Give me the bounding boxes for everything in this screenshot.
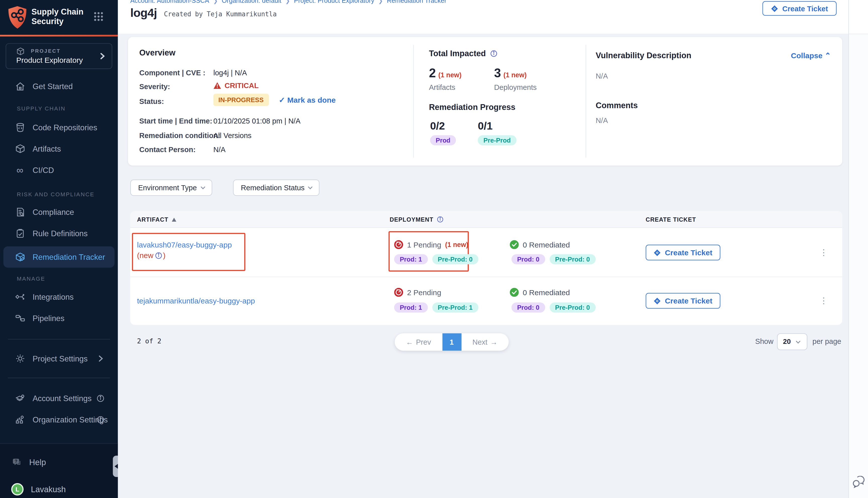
prod-badge: Prod: 1: [394, 254, 427, 264]
content-right-border: [848, 0, 849, 498]
sidebar-item-label: Help: [29, 458, 46, 467]
sidebar-item-artifacts[interactable]: Artifacts: [8, 140, 110, 157]
severity-value: CRITICAL: [213, 81, 258, 90]
sidebar-item-project-settings[interactable]: Project Settings: [8, 350, 110, 367]
annotation-box-deployment: [389, 231, 469, 272]
user-name: Lavakush: [31, 485, 66, 494]
remediation-table: ARTIFACT DEPLOYMENT CREATE TICKET lavaku…: [130, 211, 842, 325]
next-page-button[interactable]: Next→: [461, 333, 509, 351]
condition-label: Remediation condition:: [139, 131, 220, 140]
breadcrumb: Account: Automation-SSCA❯Organization: d…: [130, 0, 446, 4]
overview-card: Overview Component | CVE : log4j | N/A S…: [128, 37, 842, 166]
project-selector[interactable]: PROJECT Product Exploratory: [5, 43, 112, 69]
arrow-left-icon: ←: [406, 338, 413, 346]
ticket-diamond-icon: [654, 249, 661, 256]
clipboard-check-icon: [15, 228, 25, 239]
sidebar-item-label: CI/CD: [33, 166, 54, 174]
create-ticket-button-row[interactable]: Create Ticket: [646, 293, 720, 309]
sidebar-item-pipelines[interactable]: Pipelines: [8, 310, 110, 327]
table-row: lavakush07/easy-buggy-app (new) 1 Pendin…: [130, 228, 842, 277]
pending-badges: Prod: 1 Pre-Prod: 0: [394, 254, 478, 264]
remediated-check-icon: [510, 240, 519, 249]
contact-label: Contact Person:: [139, 145, 195, 154]
user-menu[interactable]: L Lavakush: [4, 481, 107, 498]
sidebar-item-compliance[interactable]: Compliance: [8, 204, 110, 220]
status-label: Status:: [139, 97, 164, 106]
create-ticket-button-row[interactable]: Create Ticket: [646, 245, 720, 261]
sidebar-item-get-started[interactable]: Get Started: [8, 78, 110, 95]
app-logo-shield-icon: [7, 5, 27, 29]
column-artifact[interactable]: ARTIFACT: [137, 216, 176, 223]
contact-value: N/A: [213, 145, 225, 154]
preprod-badge: Pre-Prod: 0: [549, 302, 596, 313]
sidebar-item-label: Compliance: [33, 208, 74, 217]
info-icon[interactable]: [437, 216, 443, 223]
remediated-badges: Prod: 0 Pre-Prod: 0: [511, 302, 596, 313]
row-menu-kebab[interactable]: ⋮: [818, 293, 829, 309]
sidebar-item-label: Code Repositories: [33, 123, 97, 132]
sidebar-item-label: Get Started: [33, 82, 73, 91]
comments-value: N/A: [596, 116, 608, 125]
create-ticket-button-header[interactable]: Create Ticket: [763, 1, 837, 16]
breadcrumb-account[interactable]: Account: Automation-SSCA: [130, 0, 209, 4]
pagination-summary: 2 of 2: [137, 337, 161, 345]
sidebar-item-organization-settings[interactable]: Organization Settings: [8, 411, 110, 428]
breadcrumb-project[interactable]: Project: Product Exploratory: [294, 0, 374, 4]
support-chat-icon[interactable]: [852, 476, 866, 488]
sidebar-item-account-settings[interactable]: Account Settings: [8, 390, 110, 407]
chevron-right-icon: [97, 355, 104, 363]
prod-badge: Prod: [430, 135, 456, 145]
sidebar-item-help[interactable]: ? Help: [4, 454, 107, 471]
sidebar-item-integrations[interactable]: Integrations: [8, 288, 110, 305]
table-row: tejakummarikuntla/easy-buggy-app 2 Pendi…: [130, 277, 842, 325]
remediation-status-filter[interactable]: Remediation Status: [233, 180, 320, 196]
main-content: Overview Component | CVE : log4j | N/A S…: [118, 34, 848, 498]
row-menu-kebab[interactable]: ⋮: [818, 245, 829, 261]
pending-icon: [394, 240, 403, 249]
breadcrumb-organization[interactable]: Organization: default: [222, 0, 281, 4]
sidebar-item-cicd[interactable]: ∞ CI/CD: [8, 162, 110, 179]
sidebar-item-remediation-tracker[interactable]: Remediation Tracker: [3, 246, 115, 267]
artifact-link[interactable]: tejakummarikuntla/easy-buggy-app: [137, 297, 255, 305]
mark-as-done-link[interactable]: ✓ Mark as done: [279, 95, 336, 104]
prev-page-button[interactable]: ←Prev: [395, 333, 442, 351]
breadcrumb-separator: ❯: [378, 0, 383, 4]
preprod-badge: Pre-Prod: [478, 135, 516, 145]
info-icon[interactable]: [155, 252, 163, 259]
artifact-link[interactable]: lavakush07/easy-buggy-app: [137, 241, 232, 249]
current-page-button[interactable]: 1: [442, 333, 461, 351]
breadcrumb-current[interactable]: Remediation Tracker: [387, 0, 446, 4]
sidebar-item-label: Pipelines: [33, 314, 65, 323]
sidebar-divider: [8, 378, 110, 378]
artifact-new-flag: (new): [137, 251, 165, 260]
sidebar-section-risk: RISK AND COMPLIANCE: [17, 191, 94, 198]
sidebar-item-label: Remediation Tracker: [33, 252, 105, 262]
project-cube-icon: [16, 47, 25, 56]
sidebar-item-code-repositories[interactable]: Code Repositories: [8, 119, 110, 136]
component-cve-value: log4j | N/A: [213, 68, 247, 77]
deployments-label: Deployments: [494, 83, 537, 92]
preprod-badge: Pre-Prod: 0: [549, 254, 596, 264]
prod-badge: Prod: 0: [511, 254, 545, 264]
info-icon: [97, 416, 104, 424]
overview-divider: [413, 45, 414, 158]
pending-badges: Prod: 1 Pre-Prod: 1: [394, 302, 478, 313]
sidebar-item-label: Account Settings: [33, 394, 92, 403]
page-size-select[interactable]: 20: [777, 333, 807, 350]
sidebar-item-label: Artifacts: [33, 144, 61, 153]
info-icon[interactable]: [490, 50, 497, 57]
created-by-text: Created by Teja Kummarikuntla: [164, 10, 277, 18]
integrations-icon: [15, 291, 25, 302]
pending-new-flag: (1 new): [445, 241, 468, 249]
gear-icon: [15, 353, 25, 364]
column-create-ticket: CREATE TICKET: [646, 216, 696, 223]
module-grid-icon[interactable]: [94, 12, 103, 21]
sidebar-accent-bar: [0, 35, 118, 37]
collapse-link[interactable]: Collapse ⌃: [791, 51, 831, 60]
sidebar: Supply Chain Security PROJECT Product Ex…: [0, 0, 118, 498]
chevron-down-icon: [200, 184, 206, 191]
environment-type-filter[interactable]: Environment Type: [130, 180, 212, 196]
sidebar-item-rule-definitions[interactable]: Rule Definitions: [8, 225, 110, 242]
remediation-progress-heading: Remediation Progress: [429, 103, 515, 112]
total-impacted-heading-row: Total Impacted: [429, 49, 497, 58]
